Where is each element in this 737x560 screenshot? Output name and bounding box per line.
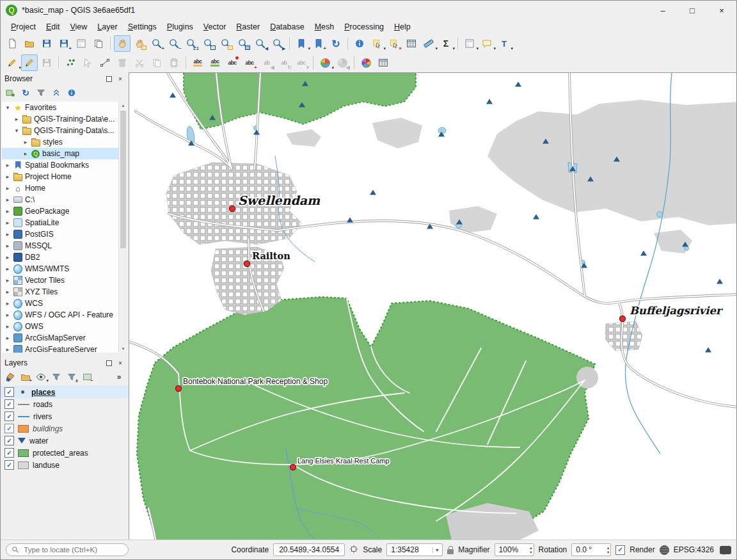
layer-labeling-rules-button[interactable]: abc bbox=[207, 54, 223, 71]
new-project-button[interactable] bbox=[4, 35, 20, 52]
pin-labels-button[interactable]: abc bbox=[224, 54, 241, 71]
menu-help[interactable]: Help bbox=[389, 21, 416, 33]
spin-down-icon[interactable]: ▾ bbox=[530, 550, 532, 554]
expander-icon[interactable]: ▸ bbox=[4, 289, 11, 295]
menu-view[interactable]: View bbox=[65, 21, 92, 33]
pan-to-selection-button[interactable] bbox=[131, 35, 148, 52]
save-edits-button[interactable] bbox=[38, 54, 55, 71]
expander-icon[interactable]: ▸ bbox=[4, 312, 11, 318]
expander-icon[interactable]: ▸ bbox=[4, 243, 11, 249]
pan-map-button[interactable] bbox=[114, 35, 131, 52]
browser-item-mssql[interactable]: ▸MSSQL bbox=[2, 240, 127, 252]
menu-mesh[interactable]: Mesh bbox=[310, 21, 340, 33]
expander-icon[interactable]: ▸ bbox=[4, 277, 11, 284]
select-features-button[interactable]: ▾ bbox=[368, 35, 385, 52]
browser-item-vector-tiles[interactable]: ▸Vector Tiles bbox=[2, 275, 127, 286]
maximize-button[interactable]: □ bbox=[678, 1, 707, 20]
browser-scrollbar[interactable]: ▴ ▾ bbox=[118, 102, 127, 353]
scrollbar-thumb[interactable] bbox=[120, 111, 126, 248]
layer-row-rivers[interactable]: ✓rivers bbox=[1, 410, 129, 422]
browser-filter-button[interactable] bbox=[35, 86, 47, 99]
layer-row-landuse[interactable]: ✓landuse bbox=[1, 459, 129, 471]
deselect-features-button[interactable]: × bbox=[386, 35, 402, 52]
layout-manager-button[interactable] bbox=[90, 35, 107, 52]
scale-combo[interactable]: 1:35428▾ bbox=[386, 543, 443, 556]
rotation-spin[interactable]: 0.0 °▴▾ bbox=[571, 543, 611, 556]
expander-icon[interactable]: ▸ bbox=[22, 150, 29, 157]
zoom-to-layer-button[interactable] bbox=[235, 35, 251, 52]
zoom-out-button[interactable]: − bbox=[166, 35, 182, 52]
move-diagram-button[interactable]: ◀ bbox=[334, 54, 351, 71]
filter-legend-button[interactable] bbox=[50, 371, 63, 383]
layer-checkbox[interactable]: ✓ bbox=[4, 460, 14, 470]
rotate-label-button[interactable]: ab↻ bbox=[276, 54, 292, 71]
map-canvas[interactable]: Swellendam Railton Buffeljagsrivier Bont… bbox=[129, 72, 736, 540]
scale-lock-button[interactable] bbox=[447, 549, 454, 554]
spin-down-icon[interactable]: ▾ bbox=[607, 550, 609, 554]
add-point-feature-button[interactable] bbox=[62, 54, 79, 71]
measure-button[interactable]: ▾ bbox=[420, 35, 437, 52]
browser-item-project-home[interactable]: ▸Project Home bbox=[2, 171, 127, 182]
expander-icon[interactable]: ▸ bbox=[4, 196, 11, 203]
menu-database[interactable]: Database bbox=[265, 21, 310, 33]
extents-toggle-button[interactable] bbox=[349, 545, 358, 556]
layers-toolbar-overflow-button[interactable]: » bbox=[113, 371, 125, 383]
filter-expression-button[interactable]: ε bbox=[65, 371, 78, 383]
zoom-next-button[interactable]: ▶ bbox=[269, 35, 286, 52]
identify-features-button[interactable] bbox=[351, 35, 368, 52]
close-button[interactable]: × bbox=[707, 1, 736, 20]
layers-float-button[interactable] bbox=[104, 358, 113, 367]
highlight-pinned-labels-button[interactable]: abc+ bbox=[241, 54, 258, 71]
messages-button[interactable] bbox=[720, 546, 731, 554]
layer-checkbox[interactable]: ✓ bbox=[4, 448, 14, 458]
spin-up-icon[interactable]: ▴ bbox=[530, 545, 532, 550]
add-group-button[interactable]: + bbox=[19, 371, 32, 383]
browser-item-favorites[interactable]: ▾★Favorites bbox=[2, 102, 127, 113]
combo-arrow-icon[interactable]: ▾ bbox=[432, 547, 438, 553]
save-project-as-button[interactable]: + bbox=[56, 35, 72, 52]
layer-row-protected-areas[interactable]: ✓protected_areas bbox=[1, 447, 129, 459]
move-label-button[interactable]: ab◀ bbox=[258, 54, 275, 71]
add-selected-layers-button[interactable] bbox=[4, 86, 17, 99]
new-print-layout-button[interactable] bbox=[73, 35, 90, 52]
change-label-button[interactable]: abc▾ bbox=[293, 54, 310, 71]
browser-item-home[interactable]: ▸⌂Home bbox=[2, 182, 127, 194]
zoom-full-button[interactable] bbox=[200, 35, 217, 52]
open-attribute-table-button[interactable] bbox=[403, 35, 420, 52]
expander-icon[interactable]: ▾ bbox=[4, 104, 11, 111]
remove-layer-button[interactable]: − bbox=[81, 371, 93, 383]
attributes-grid-button[interactable] bbox=[375, 54, 392, 71]
new-spatial-bookmark-button[interactable]: ▾ bbox=[293, 35, 310, 52]
expander-icon[interactable]: ▸ bbox=[4, 300, 11, 307]
browser-float-button[interactable] bbox=[104, 74, 113, 83]
browser-item-wfs[interactable]: ▸WFS / OGC API - Feature bbox=[2, 309, 127, 321]
browser-item-c-drive[interactable]: ▸C:\ bbox=[2, 194, 127, 205]
browser-item-spatialite[interactable]: ▸SpatiaLite bbox=[2, 217, 127, 228]
statistical-summary-button[interactable]: Σ▾ bbox=[438, 35, 454, 52]
expander-icon[interactable]: ▸ bbox=[4, 323, 11, 330]
menu-vector[interactable]: Vector bbox=[198, 21, 231, 33]
browser-item-db2[interactable]: ▸DB2 bbox=[2, 252, 127, 263]
toggle-editing-button[interactable] bbox=[21, 54, 38, 71]
layer-checkbox[interactable]: ✓ bbox=[4, 399, 14, 409]
epsg-button[interactable]: EPSG:4326 bbox=[674, 545, 714, 554]
delete-selected-button[interactable] bbox=[114, 54, 131, 71]
menu-raster[interactable]: Raster bbox=[231, 21, 265, 33]
paste-features-button[interactable] bbox=[166, 54, 182, 71]
browser-item-wcs[interactable]: ▸WCS bbox=[2, 298, 127, 309]
expander-icon[interactable]: ▸ bbox=[4, 208, 11, 214]
menu-layer[interactable]: Layer bbox=[92, 21, 122, 33]
browser-item-geopackage[interactable]: ▸GeoPackage bbox=[2, 205, 127, 217]
menu-project[interactable]: Project bbox=[6, 21, 41, 33]
layer-row-water[interactable]: ✓water bbox=[1, 435, 129, 447]
layer-row-roads[interactable]: ✓roads bbox=[1, 398, 129, 410]
locate-box[interactable] bbox=[6, 543, 129, 556]
expander-icon[interactable]: ▸ bbox=[4, 254, 11, 260]
layer-checkbox[interactable]: ✓ bbox=[4, 424, 14, 433]
browser-item-styles[interactable]: ▸styles bbox=[2, 136, 127, 148]
render-checkbox[interactable]: ✓ bbox=[615, 545, 625, 555]
magnifier-spin[interactable]: 100%▴▾ bbox=[495, 543, 534, 556]
layer-checkbox[interactable]: ✓ bbox=[4, 412, 14, 421]
browser-item-basic-map[interactable]: ▸Qbasic_map bbox=[2, 148, 127, 159]
show-bookmarks-button[interactable]: + bbox=[310, 35, 327, 52]
